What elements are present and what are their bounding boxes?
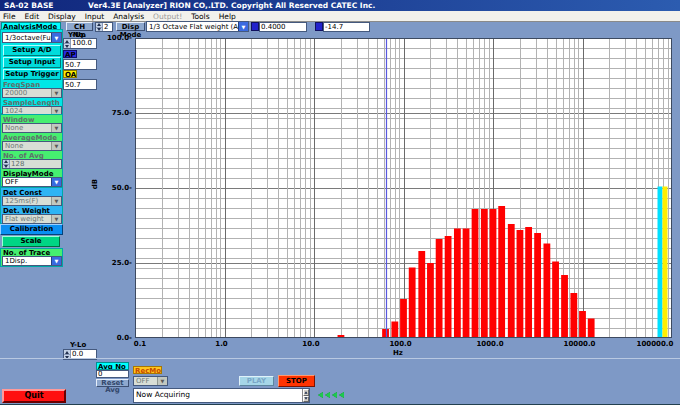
y-axis-unit: dB [91, 179, 99, 189]
chevron-down-icon: ▼ [157, 377, 167, 385]
x-tick-label: 0.1 [118, 340, 162, 348]
status-scrollbar[interactable] [302, 389, 309, 402]
acquiring-indicator [318, 392, 346, 398]
acquiring-arrow-icon [325, 392, 330, 398]
divider [0, 358, 680, 359]
quit-button[interactable]: Quit [2, 389, 66, 403]
spectrum-plot[interactable] [135, 38, 672, 338]
status-text: Now Acquiring [134, 389, 309, 400]
avg-no-label: Avg No [96, 362, 129, 370]
acquiring-arrow-icon [339, 392, 344, 398]
acquiring-arrow-icon [332, 392, 337, 398]
title-bar: SA-02 BASE Ver4.3E [Analyzer] RION CO,.L… [0, 0, 680, 11]
menu-item-edit[interactable]: Edit [25, 12, 40, 21]
rec-mode-label: RecMode [133, 366, 162, 374]
y-tick-label: 50.0- [96, 184, 132, 192]
stop-button[interactable]: STOP [278, 375, 315, 387]
play-button[interactable]: PLAY [239, 376, 274, 386]
menu-item-file[interactable]: File [3, 12, 16, 21]
x-tick-label: 100.0 [379, 340, 423, 348]
x-tick-label: 10000.0 [558, 340, 602, 348]
status-log[interactable]: Now Acquiring [133, 388, 310, 403]
x-tick-label: 100000.0 [633, 340, 677, 348]
menu-item-input[interactable]: Input [85, 12, 104, 21]
menu-item-help[interactable]: Help [219, 12, 236, 21]
menu-item-analysis[interactable]: Analysis [113, 12, 144, 21]
analyzer-window: SA-02 BASE Ver4.3E [Analyzer] RION CO,.L… [0, 0, 680, 405]
menu-bar: FileEditDisplayInputAnalysisOutput!Tools… [0, 11, 680, 22]
x-axis-unit: Hz [393, 349, 403, 357]
x-tick-label: 1000.0 [468, 340, 512, 348]
x-tick-label: 1.0 [200, 340, 244, 348]
app-title: SA-02 BASE [4, 0, 53, 11]
scroll-down-icon[interactable] [303, 396, 309, 403]
avg-no-value: 0 [96, 370, 129, 378]
rec-mode-dropdown: OFF ▼ [133, 376, 168, 386]
menu-item-output: Output! [153, 12, 182, 21]
menu-item-tools[interactable]: Tools [191, 12, 209, 21]
y-tick-label: 75.0- [96, 109, 132, 117]
y-tick-label: 25.0- [96, 259, 132, 267]
x-tick-label: 10.0 [289, 340, 333, 348]
reset-avg-button[interactable]: Reset Avg [96, 379, 129, 387]
rec-mode-value: OFF [134, 377, 157, 385]
acquiring-arrow-icon [318, 392, 323, 398]
menu-item-display[interactable]: Display [48, 12, 76, 21]
spectrum-chart: 0.0-25.0-50.0-75.0-100.0- 0.11.010.0100.… [0, 22, 680, 362]
y-tick-label: 100.0- [96, 34, 132, 42]
app-version-text: Ver4.3E [Analyzer] RION CO,.LTD. Copyrig… [88, 0, 375, 11]
